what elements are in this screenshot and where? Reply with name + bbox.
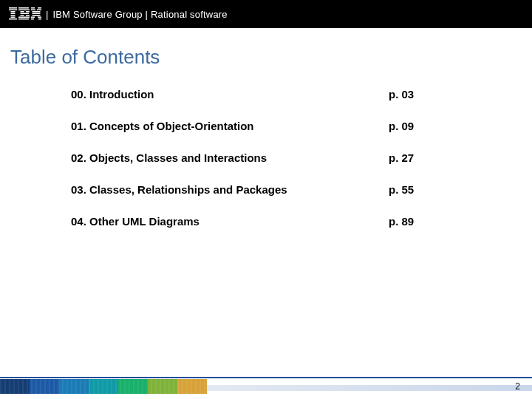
header-text: IBM Software Group | Rational software (52, 9, 227, 20)
toc-entry-title: 03. Classes, Relationships and Packages (71, 183, 389, 196)
toc-row: 03. Classes, Relationships and Packages … (71, 183, 485, 196)
toc-row: 00. Introduction p. 03 (71, 88, 485, 100)
toc-entry-page: p. 27 (389, 151, 448, 164)
footer: 2 (0, 375, 532, 399)
toc-row: 02. Objects, Classes and Interactions p.… (71, 151, 485, 164)
svg-rect-17 (31, 7, 35, 9)
page-number: 2 (515, 381, 520, 392)
ibm-logo-icon (9, 7, 41, 21)
header-divider: | (46, 9, 48, 20)
header-bar: | IBM Software Group | Rational software (0, 0, 532, 28)
svg-rect-26 (31, 17, 35, 18)
toc-row: 04. Other UML Diagrams p. 89 (71, 215, 485, 228)
slide: | IBM Software Group | Rational software… (0, 0, 532, 399)
toc-entry-page: p. 89 (389, 215, 448, 228)
toc-entry-title: 00. Introduction (71, 88, 389, 100)
svg-rect-21 (33, 11, 37, 13)
svg-rect-19 (31, 10, 35, 11)
svg-rect-27 (38, 17, 41, 18)
svg-rect-28 (31, 18, 34, 20)
svg-rect-23 (33, 13, 41, 15)
svg-rect-9 (18, 10, 30, 11)
footer-decoration (0, 379, 532, 394)
svg-rect-13 (21, 15, 24, 16)
toc-entry-title: 04. Other UML Diagrams (71, 215, 389, 228)
svg-rect-6 (9, 18, 17, 20)
svg-rect-2 (11, 11, 16, 13)
svg-rect-14 (26, 15, 30, 16)
toc-list: 00. Introduction p. 03 01. Concepts of O… (71, 88, 485, 228)
svg-rect-4 (11, 15, 16, 16)
svg-rect-0 (9, 7, 17, 9)
page-title: Table of Contents (0, 28, 532, 69)
svg-rect-10 (21, 11, 24, 13)
svg-rect-5 (11, 17, 16, 18)
svg-rect-16 (18, 18, 29, 20)
svg-rect-11 (26, 11, 30, 13)
svg-rect-20 (37, 10, 41, 11)
svg-rect-18 (38, 7, 41, 9)
svg-rect-8 (18, 7, 29, 9)
svg-rect-29 (38, 18, 41, 20)
svg-rect-1 (9, 10, 17, 11)
svg-rect-30 (35, 15, 38, 16)
toc-entry-title: 01. Concepts of Object-Orientation (71, 120, 389, 132)
toc-entry-page: p. 03 (389, 88, 448, 100)
toc-entry-page: p. 55 (389, 183, 448, 196)
toc-entry-page: p. 09 (389, 120, 448, 132)
svg-rect-12 (21, 13, 30, 15)
svg-rect-22 (36, 11, 41, 13)
svg-rect-3 (11, 13, 16, 15)
svg-rect-15 (18, 17, 30, 18)
toc-entry-title: 02. Objects, Classes and Interactions (71, 151, 389, 164)
toc-row: 01. Concepts of Object-Orientation p. 09 (71, 120, 485, 132)
